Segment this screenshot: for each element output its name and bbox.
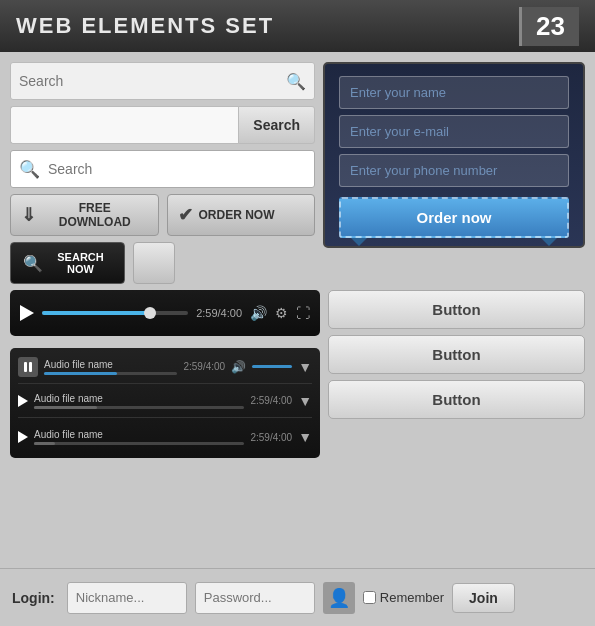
search-input-1[interactable] [19,73,286,89]
audio-time-3: 2:59/4:00 [250,432,292,443]
password-input[interactable] [195,582,315,614]
audio-players: Audio file name 2:59/4:00 🔊 ▼ Audio file… [10,348,320,458]
audio-play-button-3[interactable] [18,431,28,443]
search-bar-3: 🔍 [10,150,315,188]
video-time: 2:59/4:00 [196,307,242,319]
free-download-label: FREE DOWNLOAD [42,201,148,229]
search-now-row: 🔍 SEARCH NOW [10,242,315,284]
order-now-label: ORDER NOW [199,208,275,222]
search-icon-3: 🔍 [19,159,40,180]
phone-input[interactable] [339,154,569,187]
audio-play-button-2[interactable] [18,395,28,407]
audio-track-1: Audio file name 2:59/4:00 🔊 ▼ [18,354,312,384]
search-icon-1[interactable]: 🔍 [286,72,306,91]
top-left: 🔍 Search 🔍 ⇓ FREE DOWNLOAD ✔ OR [10,62,315,284]
audio-info-2: Audio file name [34,393,244,409]
order-now-ribbon-button[interactable]: Order now [339,197,569,238]
audio-track-2: Audio file name 2:59/4:00 ▼ [18,388,312,418]
audio-name-1: Audio file name [44,359,177,370]
audio-expand-1[interactable]: ▼ [298,359,312,375]
search-input-3[interactable] [48,161,306,177]
audio-progress-1[interactable] [44,372,177,375]
top-right: Order now [323,62,585,284]
media-left: 2:59/4:00 🔊 ⚙ ⛶ Audio file name [10,290,320,558]
audio-progress-fill-3 [34,442,55,445]
remember-checkbox[interactable] [363,591,376,604]
audio-pause-button-1[interactable] [18,357,38,377]
order-now-wrap: Order now [339,197,569,246]
video-progress-fill [42,311,150,315]
media-right: Button Button Button [328,290,585,558]
audio-name-2: Audio file name [34,393,244,404]
search-now-button[interactable]: 🔍 SEARCH NOW [10,242,125,284]
video-settings-icon[interactable]: ⚙ [275,305,288,321]
top-section: 🔍 Search 🔍 ⇓ FREE DOWNLOAD ✔ OR [10,62,585,284]
user-silhouette-icon: 👤 [328,587,350,609]
audio-progress-fill-1 [44,372,117,375]
video-progress-bar[interactable] [42,311,188,315]
video-volume-icon[interactable]: 🔊 [250,305,267,321]
media-section: 2:59/4:00 🔊 ⚙ ⛶ Audio file name [10,290,585,558]
login-bar: Login: 👤 Remember Join [0,568,595,626]
search-button[interactable]: Search [238,106,315,144]
download-icon: ⇓ [21,204,36,226]
join-button[interactable]: Join [452,583,515,613]
pause-bar-1a [24,362,27,372]
audio-track-3: Audio file name 2:59/4:00 ▼ [18,422,312,452]
free-download-button[interactable]: ⇓ FREE DOWNLOAD [10,194,159,236]
content-area: 🔍 Search 🔍 ⇓ FREE DOWNLOAD ✔ OR [0,52,595,568]
checkmark-icon: ✔ [178,204,193,226]
audio-expand-3[interactable]: ▼ [298,429,312,445]
remember-wrap: Remember [363,590,444,605]
search-bar-1: 🔍 [10,62,315,100]
video-play-button[interactable] [20,305,34,321]
search-now-label: SEARCH NOW [49,251,112,275]
audio-vol-icon-1[interactable]: 🔊 [231,360,246,374]
audio-progress-fill-2 [34,406,97,409]
user-icon: 👤 [323,582,355,614]
search-bar-2: Search [10,106,315,144]
nickname-input[interactable] [67,582,187,614]
audio-vol-bar-1[interactable] [252,365,292,368]
video-player[interactable]: 2:59/4:00 🔊 ⚙ ⛶ [10,290,320,336]
order-form: Order now [323,62,585,248]
audio-time-2: 2:59/4:00 [250,395,292,406]
audio-info-3: Audio file name [34,429,244,445]
big-button-2[interactable]: Button [328,335,585,374]
name-input[interactable] [339,76,569,109]
audio-info-1: Audio file name [44,359,177,375]
search-input-2[interactable] [10,106,238,144]
pause-bar-1b [29,362,32,372]
big-button-3[interactable]: Button [328,380,585,419]
audio-time-1: 2:59/4:00 [183,361,225,372]
header: WEB ELEMENTS SET 23 [0,0,595,52]
remember-label: Remember [380,590,444,605]
order-now-button[interactable]: ✔ ORDER NOW [167,194,316,236]
header-number: 23 [519,7,579,46]
audio-name-3: Audio file name [34,429,244,440]
audio-progress-3[interactable] [34,442,244,445]
audio-progress-2[interactable] [34,406,244,409]
big-button-1[interactable]: Button [328,290,585,329]
pause-bars-1 [24,362,32,372]
audio-expand-2[interactable]: ▼ [298,393,312,409]
header-title: WEB ELEMENTS SET [16,13,274,39]
email-input[interactable] [339,115,569,148]
video-fullscreen-icon[interactable]: ⛶ [296,305,310,321]
square-button[interactable] [133,242,175,284]
search-now-icon: 🔍 [23,254,43,273]
video-progress-thumb [144,307,156,319]
login-label: Login: [12,590,55,606]
action-buttons-row: ⇓ FREE DOWNLOAD ✔ ORDER NOW [10,194,315,236]
